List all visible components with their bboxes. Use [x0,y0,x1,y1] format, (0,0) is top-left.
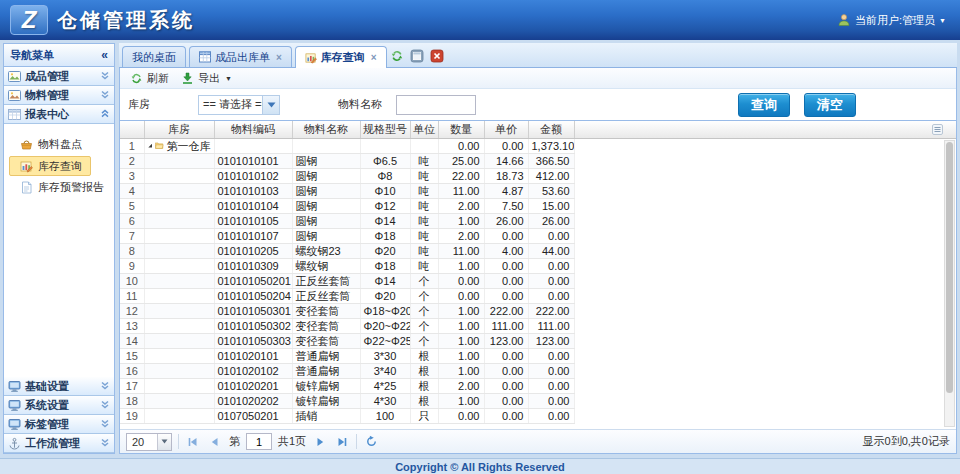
row-number-cell: 15 [120,348,144,363]
sidebar-group-reports[interactable]: 报表中心 [4,105,114,124]
scrollbar-thumb[interactable] [946,142,953,393]
column-header[interactable]: 金额 [528,121,574,138]
page-prev-icon[interactable] [207,434,223,450]
sidebar-item-stock-warning-report[interactable]: 库存预警报告 [9,179,109,196]
sidebar-group-basic-settings[interactable]: 基础设置 [4,377,114,396]
column-header[interactable]: 规格型号 [360,121,410,138]
current-user-label: 当前用户:管理员 [855,13,935,28]
grid-cell: 0.00 [484,378,528,393]
grid-cell: 螺纹钢 [292,258,360,273]
table-row[interactable]: 70101010107圆钢Φ18吨2.000.000.00 [120,228,574,243]
maximize-icon[interactable] [410,49,424,63]
chevron-double-down-icon [100,400,110,410]
table-row[interactable]: 80101010205螺纹钢23Φ20吨11.004.0044.00 [120,243,574,258]
dropdown-arrow-icon [262,96,279,114]
grid-cell: 0101020102 [214,363,292,378]
grid-cell: 0107050201 [214,408,292,423]
grid-cell: 7.50 [484,198,528,213]
panel-toolbar: 刷新 导出 ▼ [120,68,956,89]
table-row[interactable]: 60101010105圆钢Φ14吨1.0026.0026.00 [120,213,574,228]
refresh-button[interactable]: 刷新 [125,70,174,87]
grid-cell: 个 [410,333,438,348]
grid-cell [144,153,214,168]
grid-cell: 26.00 [528,213,574,228]
pager-refresh-icon[interactable] [363,434,379,450]
grid-cell: 111.00 [484,318,528,333]
page-last-icon[interactable] [334,434,350,450]
grid-cell: 0101010105 [214,213,292,228]
sidebar-group-label: 标签管理 [25,417,69,432]
tab-my-desktop[interactable]: 我的桌面 [122,46,186,67]
row-number-cell: 10 [120,273,144,288]
column-menu-icon[interactable] [932,124,943,135]
clear-button[interactable]: 清空 [804,93,856,117]
page-number-input[interactable] [246,433,272,450]
table-row[interactable]: 11010101050204正反丝套筒Φ20个0.000.000.00 [120,288,574,303]
column-header[interactable]: 单位 [410,121,438,138]
tab-stock-query[interactable]: 库存查询 × [295,46,387,68]
table-row[interactable]: 90101010309螺纹钢Φ18吨1.000.000.00 [120,258,574,273]
sidebar-group-workflow[interactable]: 工作流管理 [4,434,114,453]
close-icon[interactable] [430,49,444,63]
column-header[interactable]: 物料编码 [214,121,292,138]
grid-cell: 11.00 [438,183,484,198]
table-row[interactable]: 170101020201镀锌扁钢4*25根2.000.000.00 [120,378,574,393]
table-row[interactable]: 10010101050201正反丝套筒Φ14个0.000.000.00 [120,273,574,288]
row-number-cell: 12 [120,303,144,318]
export-button[interactable]: 导出 ▼ [176,70,237,87]
column-header[interactable]: 库房 [144,121,214,138]
table-row[interactable]: 150101020101普通扁钢3*30根1.000.000.00 [120,348,574,363]
close-tab-icon[interactable]: × [371,52,377,63]
close-tab-icon[interactable]: × [276,52,282,63]
sidebar-group-materials[interactable]: 物料管理 [4,86,114,105]
table-row[interactable]: 160101020102普通扁钢3*40根1.000.000.00 [120,363,574,378]
table-row[interactable]: 12010101050301变径套筒Φ18~Φ20个1.00222.00222.… [120,303,574,318]
grid-cell: 0.00 [438,408,484,423]
table-icon [8,108,21,121]
sidebar-title: 导航菜单 [10,48,54,63]
grid-cell: 圆钢 [292,183,360,198]
sidebar-group-label-management[interactable]: 标签管理 [4,415,114,434]
vertical-scrollbar[interactable] [944,140,955,427]
grid-cell [144,363,214,378]
grid-cell: Φ18 [360,228,410,243]
column-header[interactable]: 物料名称 [292,121,360,138]
sidebar-header: 导航菜单 « [4,44,114,67]
tree-expander-icon[interactable] [148,142,153,149]
query-button[interactable]: 查询 [738,93,790,117]
warehouse-select[interactable]: == 请选择 == [198,95,280,115]
sidebar-item-stock-query[interactable]: 库存查询 [9,156,91,176]
table-row[interactable]: 20101010101圆钢Φ6.5吨25.0014.66366.50 [120,153,574,168]
table-row[interactable]: 180101020202镀锌扁钢4*30根1.000.000.00 [120,393,574,408]
chevron-double-up-icon [100,109,110,119]
grid-cell: 0101020201 [214,378,292,393]
grid-cell [144,168,214,183]
pagination-bar: 20 第 共1页 显示0到0,共0记录 [120,429,956,453]
column-header[interactable]: 单价 [484,121,528,138]
tab-product-outbound[interactable]: 成品出库单 × [189,46,292,67]
table-row[interactable]: 50101010104圆钢Φ12吨2.007.5015.00 [120,198,574,213]
row-number-cell: 18 [120,393,144,408]
grid-cell [144,318,214,333]
grid-cell: 1.00 [438,318,484,333]
sidebar-item-material-count[interactable]: 物料盘点 [9,136,109,153]
material-name-input[interactable] [396,95,476,115]
page-first-icon[interactable] [185,434,201,450]
sidebar-group-system-settings[interactable]: 系统设置 [4,396,114,415]
page-next-icon[interactable] [312,434,328,450]
sidebar-group-finished-goods[interactable]: 成品管理 [4,67,114,86]
table-row[interactable]: 13010101050302变径套筒Φ20~Φ22个1.00111.00111.… [120,318,574,333]
table-row[interactable]: 40101010103圆钢Φ10吨11.004.8753.60 [120,183,574,198]
column-header[interactable]: 数量 [438,121,484,138]
table-row[interactable]: 190107050201插销100只0.000.000.00 [120,408,574,423]
page-size-select[interactable]: 20 [126,433,172,451]
warehouse-group-label: 第一仓库 [167,139,211,153]
refresh-icon[interactable] [390,49,404,63]
table-row[interactable]: 14010101050303变径套筒Φ22~Φ25个1.00123.00123.… [120,333,574,348]
grid-cell: 1.00 [438,363,484,378]
collapse-sidebar-icon[interactable]: « [101,48,108,62]
table-row[interactable]: 30101010102圆钢Φ8吨22.0018.73412.00 [120,168,574,183]
warehouse-group-row[interactable]: 1 第一仓库 [120,138,574,153]
current-user-menu[interactable]: 当前用户:管理员 ▼ [837,13,946,28]
filter-row: 库房 == 请选择 == 物料名称 查询 清空 [120,89,956,120]
